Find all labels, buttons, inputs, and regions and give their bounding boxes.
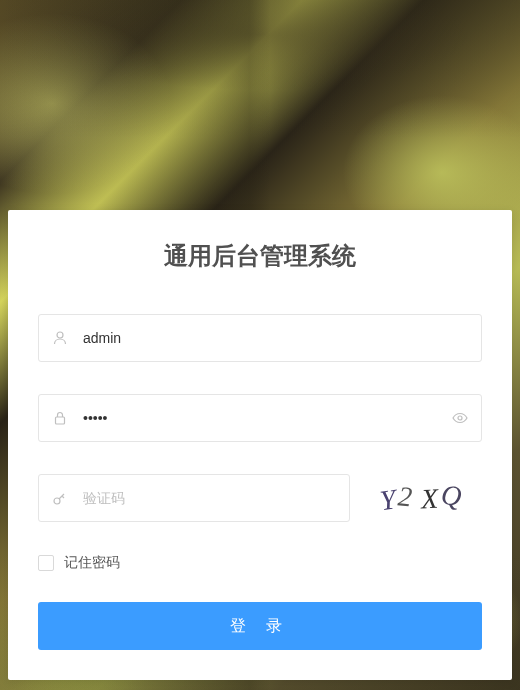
remember-checkbox[interactable]: [38, 555, 54, 571]
captcha-image[interactable]: Y2XQ: [362, 474, 482, 522]
svg-point-0: [57, 332, 63, 338]
svg-rect-1: [56, 417, 65, 424]
username-field-wrap: [38, 314, 482, 362]
user-icon: [52, 330, 68, 346]
captcha-input[interactable]: [38, 474, 350, 522]
remember-checkbox-wrap: 记住密码: [38, 554, 482, 572]
svg-point-2: [458, 416, 462, 420]
username-input[interactable]: [38, 314, 482, 362]
eye-icon[interactable]: [452, 410, 468, 426]
password-input[interactable]: [38, 394, 482, 442]
page-title: 通用后台管理系统: [38, 240, 482, 272]
login-card: 通用后台管理系统: [8, 210, 512, 680]
captcha-field-wrap: Y2XQ: [38, 474, 482, 522]
remember-label[interactable]: 记住密码: [64, 554, 120, 572]
password-field-wrap: [38, 394, 482, 442]
lock-icon: [52, 410, 68, 426]
login-button[interactable]: 登 录: [38, 602, 482, 650]
key-icon: [52, 490, 68, 506]
